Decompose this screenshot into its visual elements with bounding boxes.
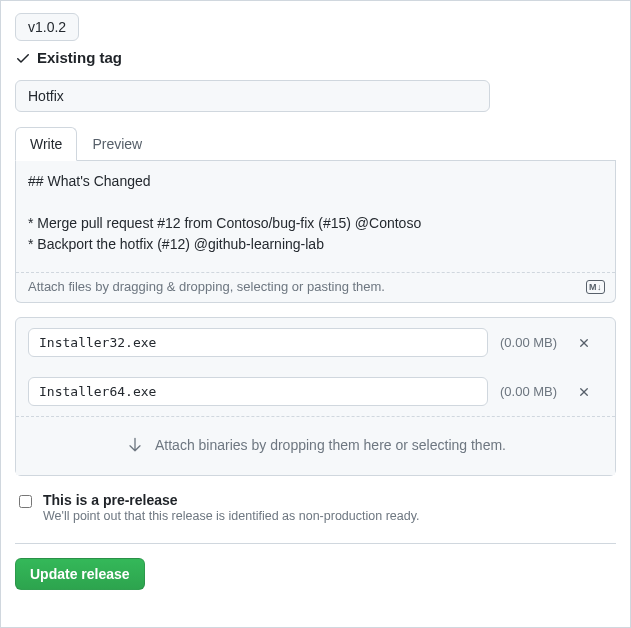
release-title-value: Hotfix (28, 88, 64, 104)
attach-files-row[interactable]: Attach files by dragging & dropping, sel… (16, 273, 615, 302)
prerelease-sub: We'll point out that this release is ide… (43, 509, 419, 523)
remove-asset-button[interactable] (573, 332, 603, 354)
asset-row: Installer64.exe (0.00 MB) (16, 367, 615, 416)
binaries-drop-zone[interactable]: Attach binaries by dropping them here or… (16, 416, 615, 475)
actions-divider (15, 543, 616, 544)
close-icon (577, 336, 591, 350)
prerelease-checkbox[interactable] (19, 495, 32, 508)
asset-size: (0.00 MB) (500, 335, 561, 350)
existing-tag-label: Existing tag (37, 49, 122, 66)
markdown-icon[interactable]: M↓ (586, 280, 605, 294)
check-icon (15, 50, 31, 66)
prerelease-label: This is a pre-release (43, 492, 419, 508)
remove-asset-button[interactable] (573, 381, 603, 403)
tag-value: v1.0.2 (28, 19, 66, 35)
description-textarea[interactable]: ## What's Changed * Merge pull request #… (16, 161, 615, 273)
attach-hint: Attach files by dragging & dropping, sel… (28, 279, 385, 294)
asset-name-input[interactable]: Installer32.exe (28, 328, 488, 357)
release-form: v1.0.2 Existing tag Hotfix Write Preview… (0, 0, 631, 628)
existing-tag-indicator: Existing tag (15, 49, 616, 66)
tab-preview[interactable]: Preview (77, 127, 157, 161)
arrow-down-icon (125, 435, 145, 455)
description-tabs: Write Preview (15, 126, 616, 161)
tag-selector[interactable]: v1.0.2 (15, 13, 79, 41)
release-title-input[interactable]: Hotfix (15, 80, 490, 112)
asset-size: (0.00 MB) (500, 384, 561, 399)
close-icon (577, 385, 591, 399)
asset-row: Installer32.exe (0.00 MB) (16, 318, 615, 367)
update-release-button[interactable]: Update release (15, 558, 145, 590)
release-assets: Installer32.exe (0.00 MB) Installer64.ex… (15, 317, 616, 476)
asset-name-input[interactable]: Installer64.exe (28, 377, 488, 406)
description-box: ## What's Changed * Merge pull request #… (15, 161, 616, 303)
drop-zone-hint: Attach binaries by dropping them here or… (155, 437, 506, 453)
prerelease-row: This is a pre-release We'll point out th… (15, 492, 616, 523)
tab-write[interactable]: Write (15, 127, 77, 161)
